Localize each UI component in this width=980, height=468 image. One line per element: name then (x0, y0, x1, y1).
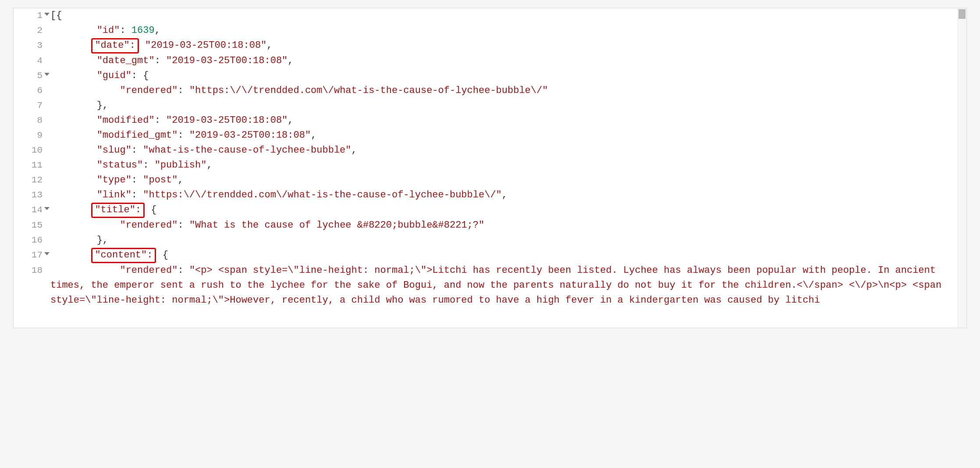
code-token: "id" (97, 25, 120, 36)
highlight-content-key: "content": (91, 248, 156, 263)
code-line[interactable]: 17 "content": { (14, 248, 955, 263)
code-line[interactable]: 14 "title": { (14, 203, 955, 218)
gutter-line-number: 7 (14, 98, 45, 113)
gutter-line-number: 1 (14, 8, 45, 23)
code-line[interactable]: 12 "type": "post", (14, 173, 955, 188)
gutter-line-number: 8 (14, 113, 45, 128)
code-line[interactable]: 6 "rendered": "https:\/\/trendded.com\/w… (14, 83, 955, 98)
code-line[interactable]: 13 "link": "https:\/\/trendded.com\/what… (14, 188, 955, 203)
code-token: "link" (97, 189, 131, 200)
gutter-line-number: 4 (14, 54, 45, 68)
gutter-line-number: 11 (14, 158, 45, 173)
gutter-line-number: 12 (14, 173, 45, 188)
code-line[interactable]: 15 "rendered": "What is the cause of lyc… (14, 218, 955, 233)
code-token: "https:\/\/trendded.com\/what-is-the-cau… (189, 85, 548, 96)
code-line[interactable]: 9 "modified_gmt": "2019-03-25T00:18:08", (14, 128, 955, 143)
code-token: "2019-03-25T00:18:08" (166, 115, 288, 126)
code-token: "rendered" (120, 220, 178, 231)
code-line[interactable]: 8 "modified": "2019-03-25T00:18:08", (14, 113, 955, 128)
fold-icon[interactable] (44, 73, 50, 76)
code-token: }, (97, 100, 108, 111)
fold-icon[interactable] (44, 207, 50, 210)
gutter-line-number: 5 (14, 68, 45, 83)
code-token: "publish" (155, 160, 207, 171)
code-token: }, (97, 235, 108, 246)
code-token: "rendered" (120, 265, 178, 276)
code-token: "guid" (97, 70, 131, 81)
scroll-thumb[interactable] (959, 9, 966, 19)
gutter-line-number: 13 (14, 188, 45, 203)
code-line[interactable]: 1 [{ (14, 8, 955, 23)
gutter-line-number: 18 (14, 263, 45, 278)
code-token: "modified" (97, 115, 155, 126)
code-token: "date_gmt" (97, 55, 155, 66)
code-line[interactable]: 11 "status": "publish", (14, 158, 955, 173)
code-token: "What is the cause of lychee &#8220;bubb… (189, 220, 484, 231)
fold-icon[interactable] (44, 13, 50, 16)
code-token: "post" (143, 175, 178, 186)
gutter-line-number: 10 (14, 143, 45, 158)
code-token: "slug" (97, 145, 131, 156)
code-line[interactable]: 4 "date_gmt": "2019-03-25T00:18:08", (14, 54, 955, 68)
code-token: 1639 (131, 25, 155, 36)
code-token: "2019-03-25T00:18:08" (166, 55, 288, 66)
gutter-line-number: 3 (14, 38, 45, 53)
code-lines: 1 [{ 2 "id": 1639, 3 "date": "2019-03-25… (14, 8, 966, 308)
gutter-line-number: 16 (14, 233, 45, 248)
code-token: "2019-03-25T00:18:08" (189, 130, 311, 141)
code-token: "what-is-the-cause-of-lychee-bubble" (143, 145, 351, 156)
code-token: "modified_gmt" (97, 130, 178, 141)
code-token: "status" (97, 160, 143, 171)
code-token: [{ (50, 10, 62, 21)
highlight-title-key: "title": (91, 203, 145, 218)
code-token: "https:\/\/trendded.com\/what-is-the-cau… (143, 189, 502, 200)
code-line[interactable]: 7 }, (14, 98, 955, 113)
code-token: "2019-03-25T00:18:08" (145, 40, 266, 51)
code-line[interactable]: 2 "id": 1639, (14, 23, 955, 38)
code-line[interactable]: 10 "slug": "what-is-the-cause-of-lychee-… (14, 143, 955, 158)
gutter-line-number: 14 (14, 203, 45, 218)
vertical-scrollbar[interactable] (958, 8, 966, 328)
code-token: "type" (97, 175, 131, 186)
code-token: "rendered" (120, 85, 178, 96)
gutter-line-number: 15 (14, 218, 45, 233)
code-line[interactable]: 16 }, (14, 233, 955, 248)
code-line[interactable]: 3 "date": "2019-03-25T00:18:08", (14, 38, 955, 54)
code-line[interactable]: 18 "rendered": "<p> <span style=\"line-h… (14, 263, 955, 308)
json-editor[interactable]: 1 [{ 2 "id": 1639, 3 "date": "2019-03-25… (13, 8, 967, 328)
gutter-line-number: 17 (14, 248, 45, 263)
code-line[interactable]: 5 "guid": { (14, 68, 955, 83)
gutter-line-number: 2 (14, 23, 45, 38)
gutter-line-number: 6 (14, 83, 45, 98)
fold-icon[interactable] (44, 252, 50, 255)
highlight-date-key: "date": (91, 38, 138, 54)
gutter-line-number: 9 (14, 128, 45, 143)
